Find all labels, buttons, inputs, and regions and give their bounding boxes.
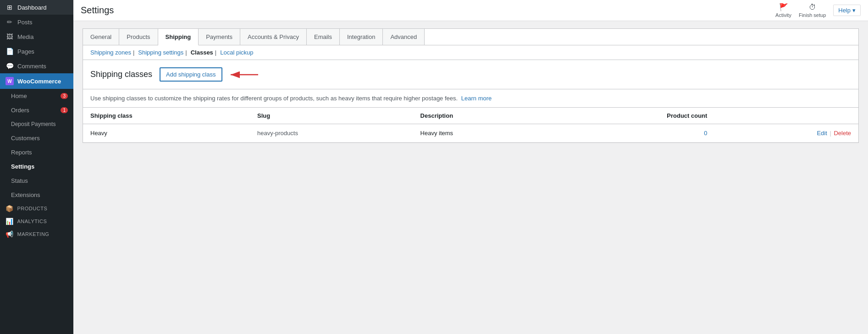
sidebar-item-label: Dashboard — [17, 4, 47, 11]
sidebar-subitem-status[interactable]: Status — [0, 174, 73, 188]
finish-setup-icon: ⏱ — [809, 3, 816, 11]
dashboard-icon: ⊞ — [6, 4, 14, 11]
tab-integration[interactable]: Integration — [340, 29, 383, 45]
sub-nav-sep-1: | — [133, 49, 134, 56]
finish-setup-button[interactable]: ⏱ Finish setup — [799, 3, 826, 18]
sidebar-item-marketing[interactable]: 📢 Marketing — [0, 228, 73, 241]
marketing-label: Marketing — [17, 231, 50, 237]
main-content: Settings 🚩 Activity ⏱ Finish setup Help … — [73, 0, 868, 334]
tab-accounts-privacy[interactable]: Accounts & Privacy — [240, 29, 307, 45]
sidebar-subitem-settings[interactable]: Settings — [0, 159, 73, 174]
content-area: General Products Shipping Payments Accou… — [73, 21, 868, 334]
orders-badge: 1 — [61, 107, 68, 113]
sidebar-subitem-deposit-payments[interactable]: Deposit Payments — [0, 117, 73, 131]
woocommerce-label: WooCommerce — [17, 78, 61, 85]
shipping-classes-table: Shipping class Slug Description Product … — [83, 108, 858, 142]
sidebar-item-label: Comments — [17, 63, 46, 70]
finish-setup-label: Finish setup — [799, 12, 826, 18]
sidebar-item-pages[interactable]: 📄 Pages — [0, 44, 73, 59]
activity-button[interactable]: 🚩 Activity — [775, 3, 791, 18]
pages-icon: 📄 — [6, 48, 14, 55]
media-icon: 🖼 — [6, 33, 14, 40]
deposit-payments-label: Deposit Payments — [11, 121, 55, 127]
subnav-local-pickup[interactable]: Local pickup — [220, 49, 253, 56]
tab-products[interactable]: Products — [119, 29, 158, 45]
sidebar-item-posts[interactable]: ✏ Posts — [0, 15, 73, 29]
topbar: Settings 🚩 Activity ⏱ Finish setup Help … — [73, 0, 868, 21]
orders-label: Orders — [11, 107, 29, 114]
home-label: Home — [11, 93, 27, 99]
sidebar-subitem-orders[interactable]: Orders 1 — [0, 103, 73, 117]
sidebar-item-comments[interactable]: 💬 Comments — [0, 59, 73, 73]
sidebar-subitem-home[interactable]: Home 3 — [0, 89, 73, 103]
help-chevron-icon: ▾ — [852, 7, 856, 14]
shipping-classes-header: Shipping classes Add shipping class — [83, 60, 858, 89]
tab-shipping[interactable]: Shipping — [158, 29, 199, 45]
tab-advanced[interactable]: Advanced — [383, 29, 425, 45]
learn-more-link[interactable]: Learn more — [461, 95, 492, 102]
comments-icon: 💬 — [6, 62, 14, 70]
action-separator: | — [829, 130, 833, 137]
activity-icon: 🚩 — [779, 3, 788, 11]
sidebar-subitem-customers[interactable]: Customers — [0, 131, 73, 145]
description-text: Use shipping classes to customize the sh… — [90, 95, 458, 102]
cell-shipping-class: Heavy — [83, 124, 250, 142]
settings-label: Settings — [11, 163, 34, 170]
red-arrow-annotation — [226, 68, 263, 82]
posts-icon: ✏ — [6, 18, 14, 26]
page-title: Settings — [81, 5, 114, 16]
sidebar-subitem-extensions[interactable]: Extensions — [0, 188, 73, 202]
sidebar-item-analytics[interactable]: 📊 Analytics — [0, 215, 73, 228]
cell-product-count: 0 — [553, 124, 714, 142]
cell-slug: heavy-products — [250, 124, 413, 142]
col-header-actions — [714, 108, 858, 124]
extensions-label: Extensions — [11, 192, 40, 198]
marketing-icon: 📢 — [6, 230, 14, 238]
status-label: Status — [11, 177, 28, 184]
col-header-description: Description — [413, 108, 553, 124]
shipping-description: Use shipping classes to customize the sh… — [83, 89, 858, 108]
sidebar-item-label: Posts — [17, 19, 33, 26]
help-label: Help — [838, 7, 851, 14]
col-header-shipping-class: Shipping class — [83, 108, 250, 124]
sidebar: ⊞ Dashboard ✏ Posts 🖼 Media 📄 Pages 💬 Co… — [0, 0, 73, 334]
tab-general[interactable]: General — [83, 29, 119, 45]
subnav-shipping-zones[interactable]: Shipping zones — [90, 49, 131, 56]
customers-label: Customers — [11, 135, 40, 142]
sidebar-subitem-reports[interactable]: Reports — [0, 145, 73, 159]
home-badge: 3 — [61, 93, 68, 99]
cell-actions: Edit | Delete — [714, 124, 858, 142]
sidebar-item-products[interactable]: 📦 Products — [0, 202, 73, 215]
delete-link[interactable]: Delete — [834, 130, 851, 137]
reports-label: Reports — [11, 149, 32, 156]
products-label: Products — [17, 206, 48, 211]
activity-label: Activity — [775, 12, 791, 18]
sidebar-item-label: Pages — [17, 48, 34, 55]
settings-tabs: General Products Shipping Payments Accou… — [83, 28, 859, 45]
col-header-product-count: Product count — [553, 108, 714, 124]
topbar-actions: 🚩 Activity ⏱ Finish setup Help ▾ — [775, 3, 861, 18]
help-button[interactable]: Help ▾ — [833, 5, 861, 16]
subnav-shipping-settings[interactable]: Shipping settings — [138, 49, 183, 56]
settings-card: Shipping classes Add shipping class — [83, 60, 859, 143]
tab-emails[interactable]: Emails — [307, 29, 340, 45]
analytics-label: Analytics — [17, 219, 47, 224]
sidebar-item-dashboard[interactable]: ⊞ Dashboard — [0, 0, 73, 15]
shipping-classes-title: Shipping classes — [90, 70, 152, 79]
woocommerce-icon: W — [6, 77, 14, 85]
col-header-slug: Slug — [250, 108, 413, 124]
cell-description: Heavy items — [413, 124, 553, 142]
sub-nav-sep-2: | — [185, 49, 187, 56]
sidebar-item-media[interactable]: 🖼 Media — [0, 29, 73, 44]
subnav-classes[interactable]: Classes — [191, 49, 213, 56]
sub-nav-sep-3: | — [215, 49, 216, 56]
tab-payments[interactable]: Payments — [199, 29, 240, 45]
sub-navigation: Shipping zones | Shipping settings | Cla… — [83, 45, 859, 60]
products-icon: 📦 — [6, 205, 14, 212]
sidebar-item-label: Media — [17, 33, 33, 40]
add-shipping-class-button[interactable]: Add shipping class — [160, 67, 222, 82]
sidebar-item-woocommerce[interactable]: W WooCommerce — [0, 73, 73, 89]
edit-link[interactable]: Edit — [817, 130, 827, 137]
table-row: Heavy heavy-products Heavy items 0 Edit … — [83, 124, 858, 142]
add-button-container: Add shipping class — [160, 67, 262, 82]
